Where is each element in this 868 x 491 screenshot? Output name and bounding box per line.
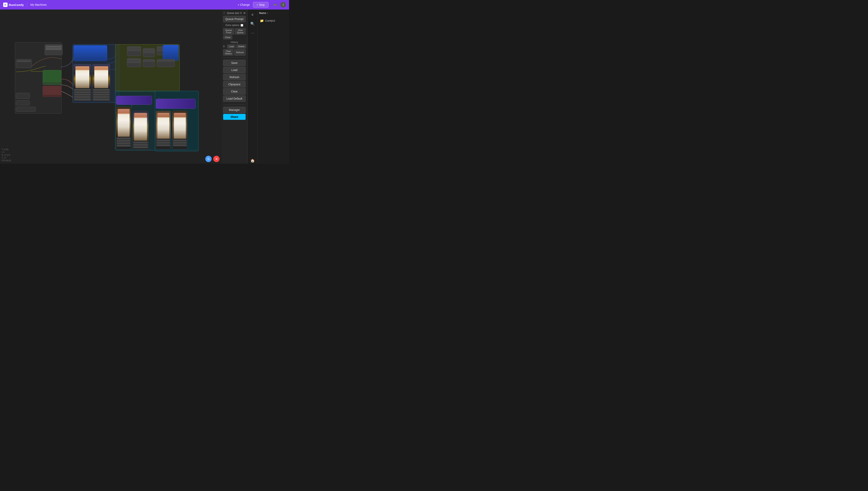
node-teal2-img-1[interactable] <box>156 111 171 149</box>
queue-action-row: Queue Front View Queue <box>223 28 246 34</box>
status-bar: T: 0.00s I: 0 N: 17 [17] V: 37 FPS:56.82 <box>2 148 11 162</box>
refresh-history-button[interactable]: Refresh <box>234 49 246 56</box>
sidebar: ⠿ Queue size: 0 ⚙ Queue Prompt Extra opt… <box>222 9 289 164</box>
queue-size-label: Queue size: 0 <box>227 12 242 15</box>
node-olive-1[interactable] <box>127 46 141 56</box>
sort-icon[interactable]: ↑ <box>267 11 268 15</box>
topbar-divider <box>27 2 27 7</box>
node-canvas <box>0 9 222 164</box>
status-n: N: 17 [17] <box>2 154 11 156</box>
node-green[interactable] <box>43 70 61 85</box>
extra-options-checkbox[interactable] <box>241 24 243 27</box>
menu-icon-button[interactable]: ≡ <box>250 12 254 18</box>
topbar: R RunComfy My Machines + Change ▪ Stop 🎮… <box>0 0 289 9</box>
close-button[interactable]: Close <box>223 35 232 39</box>
node-teal-img-1[interactable] <box>116 107 131 149</box>
node-olive-5[interactable] <box>143 59 155 67</box>
history-action-row: Clear History Refresh <box>223 49 246 56</box>
logo-icon: R <box>3 3 7 7</box>
stop-button[interactable]: ▪ Stop <box>253 2 268 7</box>
status-v: V: 37 <box>2 156 11 159</box>
node-teal2-img-2[interactable] <box>172 111 187 149</box>
node-purple-header-2[interactable] <box>156 99 195 109</box>
node-image-1[interactable] <box>74 64 91 101</box>
status-i: I: 0 <box>2 151 11 154</box>
node-left-mid[interactable] <box>16 59 32 68</box>
node-topleft[interactable] <box>45 44 62 55</box>
queue-front-button[interactable]: Queue Front <box>223 28 234 34</box>
refresh-bottom-button[interactable]: ↻ <box>205 156 212 162</box>
bottom-right-buttons: ↻ ✕ <box>205 156 220 162</box>
folder-icon: 📁 <box>260 19 264 23</box>
status-t: T: 0.00s <box>2 148 11 151</box>
queue-panel: ⠿ Queue size: 0 ⚙ Queue Prompt Extra opt… <box>222 9 247 164</box>
node-image-2[interactable] <box>92 64 110 101</box>
node-blue-header[interactable] <box>74 45 107 61</box>
queue-settings-icon[interactable]: ⚙ <box>243 12 246 15</box>
home-icon[interactable]: 🏠 <box>249 158 255 164</box>
history-delete-button[interactable]: Delete <box>236 45 246 49</box>
folder-name: ComfyUI <box>265 19 275 22</box>
name-label: Name <box>259 11 266 15</box>
node-small-3[interactable] <box>16 107 36 112</box>
refresh-button[interactable]: Refresh <box>223 74 246 80</box>
queue-prompt-button[interactable]: Queue Prompt <box>223 16 246 22</box>
node-small-1[interactable] <box>16 93 30 99</box>
folder-item-comfyui[interactable]: 📁 ComfyUI <box>259 18 288 23</box>
file-panel-header: Name ↑ <box>259 11 288 16</box>
node-teal-img-2[interactable] <box>133 111 148 149</box>
clear-history-button[interactable]: Clear History <box>223 49 234 56</box>
extra-options-row: Extra options <box>223 24 246 27</box>
save-button[interactable]: Save <box>223 60 246 66</box>
manager-button[interactable]: Manager <box>223 107 246 113</box>
history-label: History <box>223 41 246 44</box>
canvas-area[interactable] <box>0 9 222 164</box>
node-purple-header[interactable] <box>116 96 152 105</box>
load-default-button[interactable]: Load Default <box>223 95 246 102</box>
my-machines-link[interactable]: My Machines <box>30 3 47 6</box>
more-icon-button[interactable]: ⋯ <box>250 30 255 36</box>
close-row: Close <box>223 35 246 39</box>
name-sort-row: Name ↑ <box>259 11 268 15</box>
change-button[interactable]: + Change <box>238 3 250 6</box>
share-button[interactable]: Share <box>223 114 246 120</box>
status-fps: FPS:56.82 <box>2 159 11 162</box>
stop-icon: ▪ <box>257 3 258 6</box>
avatar[interactable]: J <box>280 2 286 7</box>
stop-label: Stop <box>259 3 265 6</box>
node-red[interactable] <box>43 86 61 97</box>
node-blue-in-olive[interactable] <box>163 45 179 61</box>
history-idx-0: 0: <box>223 45 226 48</box>
node-small-2[interactable] <box>16 100 30 105</box>
extra-options-label: Extra options <box>225 24 239 27</box>
discord-icon[interactable]: 🎮 <box>273 3 277 7</box>
search-icon-button[interactable]: 🔍 <box>249 21 255 27</box>
history-load-button[interactable]: Load <box>227 45 236 49</box>
clipspace-button[interactable]: Clipspace <box>223 81 246 87</box>
close-bottom-button[interactable]: ✕ <box>213 156 220 162</box>
drag-handle: ⠿ <box>223 11 225 15</box>
divider-2 <box>223 105 246 105</box>
file-panel: Name ↑ 📁 ComfyUI <box>257 9 289 164</box>
logo-text: RunComfy <box>9 3 24 6</box>
clear-button[interactable]: Clear <box>223 88 246 95</box>
node-olive-2[interactable] <box>143 48 155 57</box>
queue-header: ⠿ Queue size: 0 ⚙ <box>223 11 246 15</box>
node-olive-4[interactable] <box>127 58 141 67</box>
logo: R RunComfy <box>3 3 24 7</box>
history-row-0: 0: Load Delete <box>223 45 246 49</box>
icon-bar: ≡ 🔍 ⋯ 🏠 <box>247 9 257 164</box>
node-olive-6[interactable] <box>157 59 175 67</box>
load-button[interactable]: Load <box>223 67 246 73</box>
view-queue-button[interactable]: View Queue <box>235 28 246 34</box>
